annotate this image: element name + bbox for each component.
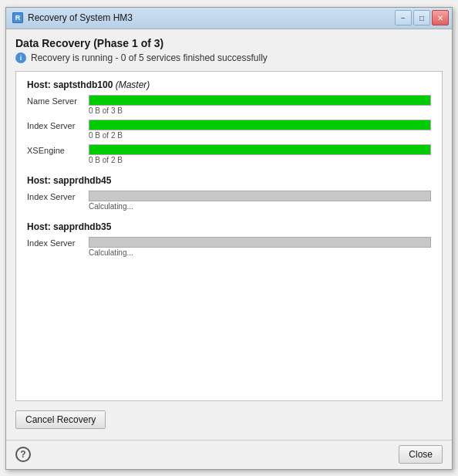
progress-text-1-0: Calculating... [89,202,431,211]
host-section-1: Host: sapprdhdb45Index ServerCalculating… [27,175,431,211]
page-title: Data Recovery (Phase 1 of 3) [15,37,443,49]
bottom-bar: ? Close [6,440,452,469]
host-section-0: Host: saptsthdb100 (Master)Name Server0 … [27,79,431,164]
host-label-2: Host: sapprdhdb35 [27,221,431,232]
service-name-0-1: Index Server [27,120,89,130]
progress-bar-fill-0-2 [89,145,430,154]
progress-bar-fill-2-0 [89,238,430,247]
restore-button[interactable]: □ [413,10,430,25]
service-progress-col-0-0: 0 B of 3 B [89,95,431,115]
service-row-0-2: XSEngine0 B of 2 B [27,144,431,164]
progress-text-0-1: 0 B of 2 B [89,131,431,140]
progress-text-2-0: Calculating... [89,248,431,257]
status-text: Recovery is running - 0 of 5 services fi… [31,52,268,63]
title-bar-controls: − □ ✕ [395,10,449,25]
progress-text-0-0: 0 B of 3 B [89,106,431,115]
service-progress-col-0-2: 0 B of 2 B [89,144,431,164]
service-progress-col-0-1: 0 B of 2 B [89,120,431,140]
progress-bar-container-1-0 [89,191,431,201]
progress-bar-fill-0-1 [89,120,430,130]
service-progress-col-2-0: Calculating... [89,237,431,257]
minimize-button[interactable]: − [395,10,412,25]
service-name-0-2: XSEngine [27,144,89,155]
progress-bar-container-2-0 [89,237,431,248]
window-icon: R [12,12,23,23]
host-tag-0: (Master) [113,79,150,90]
progress-bar-fill-1-0 [89,191,430,201]
progress-bar-container-0-2 [89,144,431,155]
footer-buttons: Cancel Recovery [15,407,443,429]
progress-text-0-2: 0 B of 2 B [89,156,431,164]
help-icon[interactable]: ? [15,447,31,462]
close-window-button[interactable]: ✕ [432,10,449,25]
title-bar-left: R Recovery of System HM3 [12,12,133,23]
host-label-1: Host: sapprdhdb45 [27,175,431,186]
status-line: i Recovery is running - 0 of 5 services … [15,52,443,63]
progress-bar-container-0-0 [89,95,431,106]
progress-bar-fill-0-0 [89,96,430,105]
progress-bar-container-0-1 [89,120,431,130]
host-label-0: Host: saptsthdb100 (Master) [27,79,431,90]
content-panel: Host: saptsthdb100 (Master)Name Server0 … [15,71,443,401]
host-section-2: Host: sapprdhdb35Index ServerCalculating… [27,221,431,257]
service-name-1-0: Index Server [27,191,89,201]
service-name-2-0: Index Server [27,237,89,248]
title-bar: R Recovery of System HM3 − □ ✕ [6,8,452,29]
main-window: R Recovery of System HM3 − □ ✕ Data Reco… [5,7,453,470]
info-icon: i [15,52,26,63]
service-row-2-0: Index ServerCalculating... [27,237,431,257]
window-body: Data Recovery (Phase 1 of 3) i Recovery … [6,29,452,440]
service-row-0-0: Name Server0 B of 3 B [27,95,431,115]
service-row-1-0: Index ServerCalculating... [27,191,431,211]
service-name-0-0: Name Server [27,95,89,106]
service-row-0-1: Index Server0 B of 2 B [27,120,431,140]
close-button[interactable]: Close [399,445,443,464]
window-title: Recovery of System HM3 [28,12,133,23]
service-progress-col-1-0: Calculating... [89,191,431,211]
cancel-recovery-button[interactable]: Cancel Recovery [15,410,106,429]
